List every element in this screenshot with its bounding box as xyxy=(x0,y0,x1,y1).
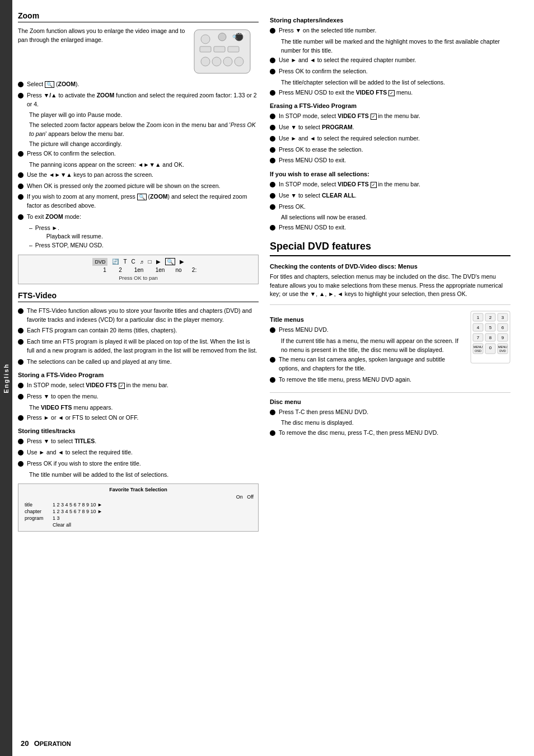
svg-text:4: 4 xyxy=(477,325,480,330)
fts-bullet-2: Each FTS program can contain 20 items (t… xyxy=(18,326,259,335)
zoom-indent-2: The selected zoom factor appears below t… xyxy=(18,121,259,139)
remote-image: 🔍 ZOOM xyxy=(191,27,259,77)
bullet-dot xyxy=(270,204,275,210)
checking-text: For titles and chapters, selection menus… xyxy=(270,273,510,299)
titles-tracks-title: Storing titles/tracks xyxy=(18,428,259,434)
bullet-dot xyxy=(270,430,275,436)
zoom-bullet-1: Select 🔍 (ZOOM). xyxy=(18,80,259,89)
fts-display-header: Favorite Track Selection xyxy=(23,487,254,492)
bullet-dot xyxy=(270,158,275,163)
zoom-bullet-5: When OK is pressed only the zoomed pictu… xyxy=(18,182,259,191)
erase-all-title: If you wish to erase all selections: xyxy=(270,171,510,177)
svg-point-9 xyxy=(223,57,232,66)
bullet-dot xyxy=(18,151,24,157)
svg-text:MENU: MENU xyxy=(498,345,507,349)
ch-indent-2: The title/chapter selection will be adde… xyxy=(270,78,510,87)
zoom-indent-4: The panning icons appear on the screen: … xyxy=(18,161,259,170)
ch-bullet-3: Press OK to confirm the selection. xyxy=(270,67,510,76)
ea-indent: All selections will now be erased. xyxy=(270,213,510,222)
tm-bullet-2: The menu can list camera angles, spoken … xyxy=(270,355,466,373)
tm-bullet-1: Press MENU DVD. xyxy=(270,326,466,335)
bullet-dot xyxy=(270,377,275,383)
ch-indent-1: The title number will be marked and the … xyxy=(270,37,510,55)
bullet-dot xyxy=(18,214,24,220)
fts-intro-list: The FTS-Video function allows you to sto… xyxy=(18,307,259,367)
storing-bullet-1: In STOP mode, select VIDEO FTS ✓ in the … xyxy=(18,381,259,390)
svg-point-1 xyxy=(201,35,210,44)
zoom-dash-2: Press STOP, MENU OSD. xyxy=(29,241,259,250)
tm-bullet-3: To remove the title menu, press MENU DVD… xyxy=(270,375,466,384)
ea-bullet-2: Use ▼ to select CLEAR ALL. xyxy=(270,191,510,200)
bullet-dot xyxy=(18,461,24,467)
svg-text:3: 3 xyxy=(502,315,504,320)
main-content: Zoom xyxy=(12,0,534,756)
bullet-dot xyxy=(18,172,24,178)
svg-text:MENU: MENU xyxy=(474,345,483,349)
bullet-dot xyxy=(18,194,24,200)
zoom-bullet-2: Press ▼/▲ to activate the ZOOM function … xyxy=(18,91,259,109)
special-dvd-title: Special DVD features xyxy=(270,241,510,256)
svg-text:DVD: DVD xyxy=(499,349,506,353)
fts-clearall-row: Clear all xyxy=(23,522,254,528)
bullet-dot xyxy=(18,82,24,87)
er-bullet-1: In STOP mode, select VIDEO FTS ✓ in the … xyxy=(270,112,510,121)
svg-text:7: 7 xyxy=(477,335,480,340)
remote-svg: 🔍 ZOOM xyxy=(191,27,253,76)
svg-text:8: 8 xyxy=(489,335,492,340)
dm-bullet-2: To remove the disc menu, press T-C, then… xyxy=(270,429,510,438)
bullet-dot xyxy=(270,90,275,96)
bullet-dot xyxy=(270,147,275,153)
zoom-display-bar: DVD 🔄 T C ♬ □ ▶ 🔍 ▶ 1 2 1en xyxy=(18,255,259,284)
bullet-dot xyxy=(18,439,24,444)
ch-bullet-2: Use ► and ◄ to select the required chapt… xyxy=(270,56,510,65)
bullet-dot xyxy=(18,450,24,456)
fts-program-row: program 1 3 xyxy=(23,515,254,522)
svg-point-2 xyxy=(218,33,226,41)
zoom-bullet-7: To exit ZOOM mode: xyxy=(18,213,259,222)
titles-bullet-1: Press ▼ to select TITLES. xyxy=(18,437,259,446)
title-menus-area: Title menus Press MENU DVD. If the curre… xyxy=(270,311,510,387)
zoom-bullet-list: Select 🔍 (ZOOM). Press ▼/▲ to activate t… xyxy=(18,80,259,222)
svg-text:5: 5 xyxy=(489,325,492,330)
storing-indent: The VIDEO FTS menu appears. xyxy=(18,403,259,412)
fts-title-row: title 1 2 3 4 5 6 7 8 9 10 ► xyxy=(23,501,254,508)
bullet-dot xyxy=(270,69,275,74)
bullet-dot xyxy=(270,114,275,119)
divider-2 xyxy=(270,392,510,393)
disc-menu-list: Press T-C then press MENU DVD. The disc … xyxy=(270,408,510,438)
ch-bullet-1: Press ▼ on the selected title number. xyxy=(270,26,510,35)
svg-text:6: 6 xyxy=(502,325,504,330)
bullet-dot xyxy=(270,327,275,333)
svg-text:ZOOM: ZOOM xyxy=(235,32,245,35)
erase-all-list: In STOP mode, select VIDEO FTS ✓ in the … xyxy=(270,180,510,232)
dm-indent: The disc menu is displayed. xyxy=(270,419,510,428)
zoom-display-row: DVD 🔄 T C ♬ □ ▶ 🔍 ▶ xyxy=(92,258,184,266)
svg-text:0: 0 xyxy=(489,345,492,350)
svg-point-10 xyxy=(235,57,243,66)
side-tab-label: English xyxy=(3,363,10,393)
special-dvd-section: Special DVD features Checking the conten… xyxy=(270,241,510,438)
fts-section: FTS-Video The FTS-Video function allows … xyxy=(18,291,259,532)
bullet-dot xyxy=(270,193,275,199)
titles-tracks-list: Press ▼ to select TITLES. Use ► and ◄ to… xyxy=(18,437,259,479)
tm-indent: If the current title has a menu, the men… xyxy=(270,337,466,355)
bullet-dot xyxy=(18,328,24,334)
zoom-title: Zoom xyxy=(18,11,259,22)
zoom-bullet-6: If you wish to zoom at any moment, press… xyxy=(18,192,259,210)
fts-on-off: On Off xyxy=(23,494,254,500)
fts-bullet-4: The selections can be called up and play… xyxy=(18,358,259,367)
bullet-dot xyxy=(18,339,24,345)
er-bullet-3: Use ► and ◄ to select the required selec… xyxy=(270,134,510,143)
zoom-intro-area: 🔍 ZOOM The Zoom function allows you to e… xyxy=(18,27,259,80)
bullet-dot xyxy=(270,182,275,187)
zoom-dash-list: Press ►.Playback will resume. Press STOP… xyxy=(18,224,259,250)
erase-all-section: If you wish to erase all selections: In … xyxy=(270,171,510,232)
chapters-section: Storing chapters/indexes Press ▼ on the … xyxy=(270,17,510,97)
bullet-dot xyxy=(18,308,24,314)
checking-title: Checking the contents of DVD-Video discs… xyxy=(270,263,510,270)
ea-bullet-4: Press MENU OSD to exit. xyxy=(270,223,510,232)
ch-bullet-4: Press MENU OSD to exit the VIDEO FTS ✓ m… xyxy=(270,88,510,97)
bullet-dot xyxy=(18,394,24,400)
fts-chapter-row: chapter 1 2 3 4 5 6 7 8 9 10 ► xyxy=(23,508,254,515)
bullet-dot xyxy=(270,125,275,130)
